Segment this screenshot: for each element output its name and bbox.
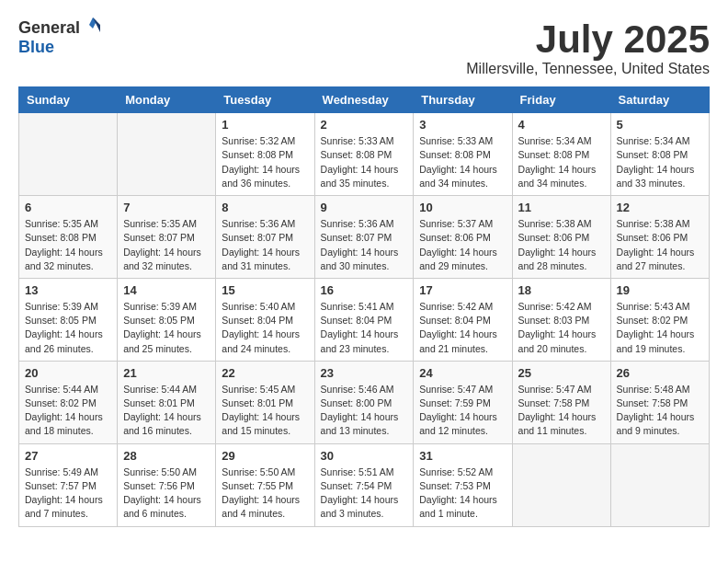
day-number: 23 [321,366,408,380]
calendar-cell: 19Sunrise: 5:43 AM Sunset: 8:02 PM Dayli… [610,278,709,361]
day-info: Sunrise: 5:51 AM Sunset: 7:54 PM Dayligh… [321,465,408,522]
calendar-cell [19,113,118,196]
day-number: 31 [419,449,506,463]
calendar-cell: 5Sunrise: 5:34 AM Sunset: 8:08 PM Daylig… [610,113,709,196]
day-number: 12 [617,201,703,214]
day-info: Sunrise: 5:47 AM Sunset: 7:58 PM Dayligh… [518,383,605,439]
day-info: Sunrise: 5:42 AM Sunset: 8:04 PM Dayligh… [419,300,506,356]
day-info: Sunrise: 5:46 AM Sunset: 8:00 PM Dayligh… [321,383,408,439]
day-info: Sunrise: 5:33 AM Sunset: 8:08 PM Dayligh… [419,134,506,190]
calendar-week-row: 27Sunrise: 5:49 AM Sunset: 7:57 PM Dayli… [19,443,710,526]
day-number: 3 [419,118,506,132]
day-number: 8 [222,201,308,214]
day-info: Sunrise: 5:52 AM Sunset: 7:53 PM Dayligh… [419,465,506,522]
day-info: Sunrise: 5:37 AM Sunset: 8:06 PM Dayligh… [419,217,506,273]
day-info: Sunrise: 5:36 AM Sunset: 8:07 PM Dayligh… [321,217,408,273]
calendar-cell: 4Sunrise: 5:34 AM Sunset: 8:08 PM Daylig… [512,113,610,196]
day-info: Sunrise: 5:33 AM Sunset: 8:08 PM Dayligh… [321,134,408,190]
day-info: Sunrise: 5:41 AM Sunset: 8:04 PM Dayligh… [321,300,408,356]
day-info: Sunrise: 5:43 AM Sunset: 8:02 PM Dayligh… [617,300,703,356]
day-info: Sunrise: 5:48 AM Sunset: 7:58 PM Dayligh… [617,383,703,439]
day-number: 24 [419,366,506,380]
day-number: 7 [123,201,210,214]
calendar-cell: 15Sunrise: 5:40 AM Sunset: 8:04 PM Dayli… [216,278,314,361]
day-info: Sunrise: 5:39 AM Sunset: 8:05 PM Dayligh… [25,300,111,356]
day-number: 2 [321,118,408,132]
calendar-header-tuesday: Tuesday [216,87,314,113]
calendar-header-row: SundayMondayTuesdayWednesdayThursdayFrid… [19,87,710,113]
logo-text-general: General [18,18,80,38]
day-number: 27 [25,449,111,463]
calendar-week-row: 6Sunrise: 5:35 AM Sunset: 8:08 PM Daylig… [19,196,710,279]
calendar-header-monday: Monday [118,87,216,113]
calendar-table: SundayMondayTuesdayWednesdayThursdayFrid… [18,86,710,526]
day-info: Sunrise: 5:34 AM Sunset: 8:08 PM Dayligh… [518,134,605,190]
day-number: 30 [321,449,408,463]
day-info: Sunrise: 5:44 AM Sunset: 8:02 PM Dayligh… [25,383,111,439]
day-number: 21 [123,366,210,380]
calendar-cell: 11Sunrise: 5:38 AM Sunset: 8:06 PM Dayli… [512,196,610,279]
day-number: 17 [419,283,506,297]
calendar-cell: 16Sunrise: 5:41 AM Sunset: 8:04 PM Dayli… [314,278,414,361]
day-info: Sunrise: 5:50 AM Sunset: 7:55 PM Dayligh… [222,465,308,522]
calendar-cell: 3Sunrise: 5:33 AM Sunset: 8:08 PM Daylig… [414,113,512,196]
logo-icon [82,14,104,36]
day-number: 25 [518,366,605,380]
calendar-cell [512,443,610,526]
day-number: 19 [617,283,703,297]
calendar-header-wednesday: Wednesday [314,87,414,113]
calendar-cell: 6Sunrise: 5:35 AM Sunset: 8:08 PM Daylig… [19,196,118,279]
day-info: Sunrise: 5:32 AM Sunset: 8:08 PM Dayligh… [222,134,308,190]
calendar-header-friday: Friday [512,87,610,113]
calendar-cell: 26Sunrise: 5:48 AM Sunset: 7:58 PM Dayli… [610,361,709,443]
day-number: 9 [321,201,408,214]
calendar-cell: 28Sunrise: 5:50 AM Sunset: 7:56 PM Dayli… [118,443,216,526]
day-info: Sunrise: 5:38 AM Sunset: 8:06 PM Dayligh… [617,217,703,273]
calendar-cell: 29Sunrise: 5:50 AM Sunset: 7:55 PM Dayli… [216,443,314,526]
calendar-cell: 22Sunrise: 5:45 AM Sunset: 8:01 PM Dayli… [216,361,314,443]
day-number: 29 [222,449,308,463]
location-title: Millersville, Tennessee, United States [466,61,710,77]
logo: General Blue [18,18,104,57]
calendar-cell: 23Sunrise: 5:46 AM Sunset: 8:00 PM Dayli… [314,361,414,443]
day-info: Sunrise: 5:45 AM Sunset: 8:01 PM Dayligh… [222,383,308,439]
logo-text-blue: Blue [18,38,54,56]
calendar-cell: 27Sunrise: 5:49 AM Sunset: 7:57 PM Dayli… [19,443,118,526]
day-number: 28 [123,449,210,463]
calendar-week-row: 13Sunrise: 5:39 AM Sunset: 8:05 PM Dayli… [19,278,710,361]
calendar-cell: 17Sunrise: 5:42 AM Sunset: 8:04 PM Dayli… [414,278,512,361]
day-number: 14 [123,283,210,297]
calendar-week-row: 20Sunrise: 5:44 AM Sunset: 8:02 PM Dayli… [19,361,710,443]
calendar-header-sunday: Sunday [19,87,118,113]
day-info: Sunrise: 5:40 AM Sunset: 8:04 PM Dayligh… [222,300,308,356]
calendar-cell: 8Sunrise: 5:36 AM Sunset: 8:07 PM Daylig… [216,196,314,279]
calendar-cell: 25Sunrise: 5:47 AM Sunset: 7:58 PM Dayli… [512,361,610,443]
day-number: 22 [222,366,308,380]
day-number: 11 [518,201,605,214]
day-info: Sunrise: 5:35 AM Sunset: 8:07 PM Dayligh… [123,217,210,273]
calendar-header-saturday: Saturday [610,87,709,113]
calendar-cell [118,113,216,196]
calendar-header-thursday: Thursday [414,87,512,113]
day-info: Sunrise: 5:35 AM Sunset: 8:08 PM Dayligh… [25,217,111,273]
day-info: Sunrise: 5:49 AM Sunset: 7:57 PM Dayligh… [25,465,111,522]
day-number: 10 [419,201,506,214]
calendar-cell: 21Sunrise: 5:44 AM Sunset: 8:01 PM Dayli… [118,361,216,443]
calendar-cell: 30Sunrise: 5:51 AM Sunset: 7:54 PM Dayli… [314,443,414,526]
day-info: Sunrise: 5:36 AM Sunset: 8:07 PM Dayligh… [222,217,308,273]
month-title: July 2025 [466,18,710,61]
day-info: Sunrise: 5:44 AM Sunset: 8:01 PM Dayligh… [123,383,210,439]
calendar-cell: 20Sunrise: 5:44 AM Sunset: 8:02 PM Dayli… [19,361,118,443]
day-number: 6 [25,201,111,214]
day-number: 15 [222,283,308,297]
calendar-cell: 10Sunrise: 5:37 AM Sunset: 8:06 PM Dayli… [414,196,512,279]
day-info: Sunrise: 5:47 AM Sunset: 7:59 PM Dayligh… [419,383,506,439]
page-header: General Blue July 2025 Millersville, Ten… [18,18,710,77]
calendar-cell: 12Sunrise: 5:38 AM Sunset: 8:06 PM Dayli… [610,196,709,279]
calendar-cell: 7Sunrise: 5:35 AM Sunset: 8:07 PM Daylig… [118,196,216,279]
day-number: 18 [518,283,605,297]
day-info: Sunrise: 5:42 AM Sunset: 8:03 PM Dayligh… [518,300,605,356]
calendar-week-row: 1Sunrise: 5:32 AM Sunset: 8:08 PM Daylig… [19,113,710,196]
day-number: 4 [518,118,605,132]
calendar-cell: 13Sunrise: 5:39 AM Sunset: 8:05 PM Dayli… [19,278,118,361]
